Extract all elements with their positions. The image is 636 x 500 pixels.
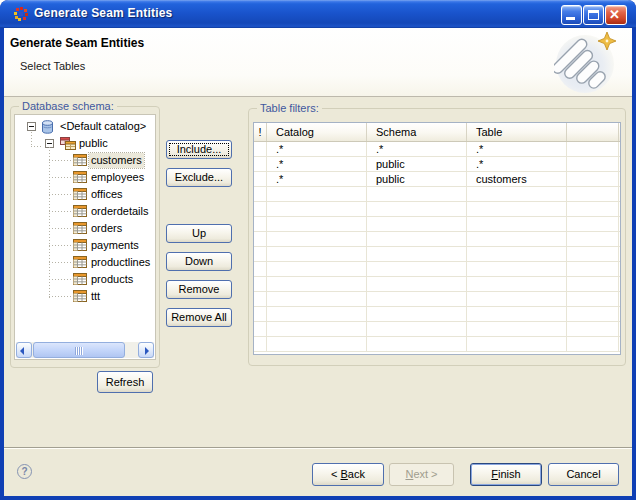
generate-seam-entities-dialog: Generate Seam Entities ✕ Generate Seam E… bbox=[0, 0, 636, 500]
tree-item-customers[interactable]: customers bbox=[15, 152, 155, 169]
title-bar[interactable]: Generate Seam Entities ✕ bbox=[0, 0, 636, 28]
filter-row-empty[interactable] bbox=[254, 247, 620, 262]
refresh-button[interactable]: Refresh bbox=[97, 371, 153, 393]
table-filters-grid[interactable]: !CatalogSchemaTable.*.*.*.*public.*.*pub… bbox=[253, 122, 621, 355]
database-catalog-icon bbox=[42, 120, 53, 134]
back-button[interactable]: < Back bbox=[312, 463, 384, 486]
filter-row[interactable]: .*.*.* bbox=[254, 142, 620, 157]
filter-row-empty[interactable] bbox=[254, 292, 620, 307]
filter-cell bbox=[367, 337, 467, 351]
close-icon: ✕ bbox=[609, 7, 620, 22]
up-button[interactable]: Up bbox=[166, 224, 232, 243]
filter-cell: .* bbox=[267, 157, 367, 171]
tree-item-payments[interactable]: payments bbox=[15, 237, 155, 254]
footer-separator bbox=[4, 447, 632, 449]
stacked-tables-wizard-icon bbox=[554, 30, 620, 94]
database-schema-groupbox: Database schema: <Default catalog>public… bbox=[10, 106, 160, 368]
filter-cell bbox=[254, 142, 267, 156]
filter-cell bbox=[267, 187, 367, 201]
table-filters-groupbox: Table filters: !CatalogSchemaTable.*.*.*… bbox=[248, 108, 626, 366]
filter-row-empty[interactable] bbox=[254, 217, 620, 232]
filter-row-empty[interactable] bbox=[254, 202, 620, 217]
filter-cell bbox=[467, 187, 567, 201]
include-button[interactable]: Include... bbox=[166, 140, 232, 159]
scroll-right-button[interactable] bbox=[138, 342, 154, 358]
tree-horizontal-scrollbar[interactable] bbox=[16, 342, 154, 358]
tree-item-employees[interactable]: employees bbox=[15, 169, 155, 186]
filter-cell bbox=[254, 202, 267, 216]
filter-cell bbox=[567, 337, 619, 351]
filter-cell bbox=[367, 322, 467, 336]
maximize-button[interactable] bbox=[583, 5, 604, 25]
tree-item-label: productlines bbox=[89, 255, 152, 270]
filter-cell bbox=[367, 187, 467, 201]
filter-cell: .* bbox=[267, 142, 367, 156]
filter-row-empty[interactable] bbox=[254, 187, 620, 202]
column-header-Schema: Schema bbox=[367, 123, 467, 141]
column-header-blank bbox=[567, 123, 619, 141]
tree-item-label: payments bbox=[89, 238, 141, 253]
database-schema-label: Database schema: bbox=[19, 100, 117, 112]
tree-item-orderdetails[interactable]: orderdetails bbox=[15, 203, 155, 220]
table-icon bbox=[73, 171, 87, 183]
tree-item-default-catalog[interactable]: <Default catalog> bbox=[15, 118, 155, 135]
scrollbar-thumb[interactable] bbox=[33, 342, 125, 358]
tree-item-label: offices bbox=[89, 187, 125, 202]
filter-row-empty[interactable] bbox=[254, 262, 620, 277]
tree-connector bbox=[49, 194, 71, 195]
page-title: Generate Seam Entities bbox=[10, 36, 144, 50]
tree-item-offices[interactable]: offices bbox=[15, 186, 155, 203]
collapse-expander-icon[interactable] bbox=[27, 122, 36, 131]
tree-item-orders[interactable]: orders bbox=[15, 220, 155, 237]
filter-cell bbox=[254, 262, 267, 276]
tree-item-label: <Default catalog> bbox=[58, 119, 148, 134]
column-header-Catalog: Catalog bbox=[267, 123, 367, 141]
column-header-Table: Table bbox=[467, 123, 567, 141]
filter-row[interactable]: .*public.* bbox=[254, 157, 620, 172]
filter-cell bbox=[254, 322, 267, 336]
tree-connector bbox=[49, 296, 71, 297]
filter-cell bbox=[467, 322, 567, 336]
filter-cell bbox=[567, 232, 619, 246]
filter-cell bbox=[254, 247, 267, 261]
exclude-button[interactable]: Exclude... bbox=[166, 168, 232, 187]
database-schema-tree[interactable]: <Default catalog>publiccustomersemployee… bbox=[14, 114, 156, 360]
filter-row[interactable]: .*publiccustomers bbox=[254, 172, 620, 187]
filter-row-empty[interactable] bbox=[254, 232, 620, 247]
tree-connector bbox=[49, 160, 71, 161]
cancel-button[interactable]: Cancel bbox=[548, 463, 619, 486]
help-icon[interactable]: ? bbox=[17, 464, 32, 479]
filter-cell: .* bbox=[267, 172, 367, 186]
tree-item-productlines[interactable]: productlines bbox=[15, 254, 155, 271]
filter-cell: customers bbox=[467, 172, 567, 186]
filter-cell bbox=[367, 292, 467, 306]
remove-button[interactable]: Remove bbox=[166, 280, 232, 299]
filter-cell bbox=[254, 337, 267, 351]
filter-cell bbox=[267, 262, 367, 276]
filter-row-empty[interactable] bbox=[254, 277, 620, 292]
scroll-left-button[interactable] bbox=[16, 342, 32, 358]
filter-row-empty[interactable] bbox=[254, 322, 620, 337]
tree-item-label: orders bbox=[89, 221, 124, 236]
filter-cell bbox=[267, 232, 367, 246]
filter-cell bbox=[367, 247, 467, 261]
filter-cell bbox=[254, 187, 267, 201]
filter-cell bbox=[254, 292, 267, 306]
filter-cell bbox=[367, 217, 467, 231]
tree-item-public[interactable]: public bbox=[15, 135, 155, 152]
minimize-button[interactable] bbox=[561, 5, 582, 25]
filter-cell bbox=[467, 232, 567, 246]
filter-row-empty[interactable] bbox=[254, 307, 620, 322]
filter-row-empty[interactable] bbox=[254, 337, 620, 352]
tree-item-products[interactable]: products bbox=[15, 271, 155, 288]
tree-item-ttt[interactable]: ttt bbox=[15, 288, 155, 305]
finish-button[interactable]: Finish bbox=[470, 463, 542, 486]
filter-cell bbox=[567, 142, 619, 156]
remove-all-button[interactable]: Remove All bbox=[166, 308, 232, 327]
filter-cell bbox=[467, 292, 567, 306]
down-button[interactable]: Down bbox=[166, 252, 232, 271]
close-button[interactable]: ✕ bbox=[605, 5, 627, 25]
tree-guide-line bbox=[49, 147, 50, 300]
filter-cell bbox=[267, 292, 367, 306]
tree-item-label: orderdetails bbox=[89, 204, 150, 219]
